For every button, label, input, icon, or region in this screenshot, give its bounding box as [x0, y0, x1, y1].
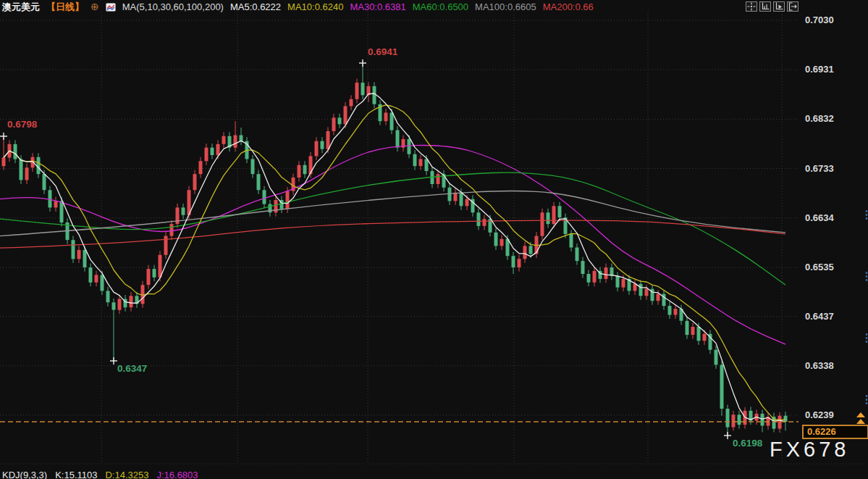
- price-up-arrow-icon: [856, 412, 865, 424]
- gridlines: [0, 12, 868, 464]
- kdj-params-label: KDJ(9,3,3): [2, 470, 47, 479]
- svg-text:0.6941: 0.6941: [368, 46, 398, 57]
- chart-toolbar: [746, 1, 799, 12]
- pan-tool-icon[interactable]: [746, 1, 757, 12]
- y-axis-label: 0.6338: [805, 360, 856, 371]
- add-indicator-icon[interactable]: ⊕: [90, 2, 99, 12]
- price-annotation: 0.6198: [724, 432, 763, 449]
- kdj-indicator-row: KDJ(9,3,3) K:15.1103 D:14.3253 J:16.6803: [2, 470, 198, 479]
- y-axis-scale-icon[interactable]: [759, 1, 771, 12]
- kdj-k-value: K:15.1103: [55, 470, 97, 479]
- ma30-line: [0, 145, 785, 344]
- svg-text:0.6198: 0.6198: [733, 438, 763, 449]
- candlestick-chart[interactable]: 0.67980.69410.63470.6198: [0, 0, 868, 479]
- ma200-legend: MA200:0.66: [543, 1, 594, 12]
- current-price-box: 0.6226: [802, 425, 868, 439]
- y-axis-label: 0.6832: [805, 113, 856, 124]
- ma10-legend: MA10:0.6240: [287, 1, 343, 12]
- ma30-legend: MA30:0.6381: [350, 1, 405, 12]
- ma-params-label: MA(5,10,30,60,100,200): [122, 1, 224, 12]
- chart-window: 0.67980.69410.63470.6198 澳元美元 【日线】 ⊕ MA(…: [0, 0, 868, 479]
- kdj-j-value: J:16.6803: [156, 470, 198, 479]
- mini-chart-icon: [106, 3, 116, 12]
- watermark: FX678: [770, 438, 849, 462]
- svg-text:0.6798: 0.6798: [7, 119, 38, 130]
- ma60-legend: MA60:0.6500: [413, 1, 468, 12]
- ma5-legend: MA5:0.6222: [230, 1, 281, 12]
- price-annotation: 0.6347: [110, 357, 147, 374]
- y-axis-label: 0.6535: [805, 262, 856, 272]
- y-axis-label: 0.7030: [805, 14, 856, 25]
- ma100-legend: MA100:0.6605: [475, 1, 536, 12]
- price-annotation: 0.6941: [359, 46, 398, 67]
- ma60-line: [0, 172, 785, 285]
- kdj-d-value: D:14.3253: [105, 470, 148, 479]
- ma200-line: [0, 220, 785, 248]
- y-axis-label: 0.6733: [805, 163, 856, 174]
- candles: [2, 64, 788, 436]
- y-axis-label: 0.6931: [805, 64, 856, 75]
- timeframe-label[interactable]: 【日线】: [46, 1, 84, 14]
- y-axis-label: 0.6634: [805, 212, 856, 223]
- chart-header: 澳元美元 【日线】 ⊕ MA(5,10,30,60,100,200) MA5:0…: [2, 1, 594, 13]
- svg-text:0.6347: 0.6347: [117, 363, 147, 374]
- export-chart-icon[interactable]: [787, 1, 799, 12]
- x-axis-scale-icon[interactable]: [773, 1, 785, 12]
- price-annotation: 0.6798: [0, 119, 38, 140]
- symbol-title[interactable]: 澳元美元: [2, 1, 40, 14]
- y-axis-label: 0.6437: [805, 311, 856, 322]
- y-axis-label: 0.6239: [805, 409, 856, 420]
